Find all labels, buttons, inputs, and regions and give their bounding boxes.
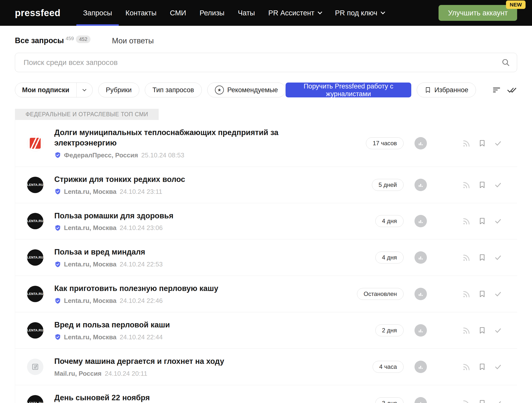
request-controls: 4 дня	[375, 251, 517, 264]
nav-item-2[interactable]: Контакты	[119, 0, 163, 26]
filter-rubrics[interactable]: Рубрики	[98, 83, 139, 97]
request-datetime: 24.10.24 22:46	[120, 297, 163, 305]
check-icon[interactable]	[493, 289, 503, 299]
request-row[interactable]: Долги муниципальных теплоснабжающих пред…	[15, 120, 517, 167]
filter-request-types[interactable]: Тип запросов	[145, 83, 202, 97]
request-row[interactable]: Почему машина дергается и глохнет на ход…	[15, 349, 517, 385]
check-icon[interactable]	[493, 362, 503, 372]
request-title[interactable]: Польза и вред миндаля	[54, 247, 305, 257]
stats-icon[interactable]	[414, 361, 427, 373]
stats-icon[interactable]	[414, 324, 427, 337]
pressfeed-logo[interactable]: pressfeed	[15, 0, 60, 26]
request-meta: Lenta.ru, Москва 24.10.24 23:06	[54, 224, 368, 232]
stats-icon[interactable]	[414, 179, 427, 191]
request-content: Польза ромашки для здоровья Lenta.ru, Мо…	[54, 211, 375, 232]
request-title[interactable]: Как приготовить полезную перловую кашу	[54, 283, 305, 294]
stats-icon[interactable]	[414, 397, 427, 403]
request-row[interactable]: LENTA.RU Вред и польза перловой каши Len…	[15, 312, 517, 349]
bookmark-icon[interactable]	[477, 362, 487, 372]
deadline-pill: 2 дня	[375, 324, 404, 336]
request-row[interactable]: LENTA.RU Как приготовить полезную перлов…	[15, 276, 517, 312]
bookmark-icon[interactable]	[477, 253, 487, 262]
upgrade-account-button[interactable]: Улучшить аккаунт	[439, 5, 517, 21]
source-logo: LENTA.RU	[27, 213, 43, 229]
stats-icon[interactable]	[414, 137, 427, 149]
deadline-pill: 5 дней	[372, 179, 404, 191]
check-icon[interactable]	[493, 253, 503, 262]
source-name: ФедералПресс, Россия	[64, 151, 138, 159]
bookmark-icon[interactable]	[477, 139, 487, 148]
rss-icon[interactable]	[462, 399, 471, 403]
sort-icon[interactable]	[492, 85, 501, 95]
bookmark-icon[interactable]	[477, 326, 487, 335]
rss-icon[interactable]	[462, 326, 471, 335]
search-input[interactable]	[15, 53, 517, 72]
check-icon[interactable]	[493, 326, 503, 335]
nav-item-6[interactable]: PR Ассистент	[262, 0, 328, 26]
request-row[interactable]: LENTA.RU Стрижки для тонких редких волос…	[15, 167, 517, 203]
deadline-pill: 4 дня	[375, 252, 404, 263]
delegate-to-pressfeed-button[interactable]: Поручить Pressfeed работу с журналистами	[286, 83, 411, 97]
favorites-button[interactable]: Избранное	[417, 83, 476, 97]
rss-icon[interactable]	[462, 180, 471, 190]
document-icon	[31, 363, 39, 371]
search-icon[interactable]	[501, 58, 510, 68]
rss-icon[interactable]	[462, 139, 471, 148]
requests-tabs: Все запросы459452 Мои ответы	[0, 36, 532, 45]
request-title[interactable]: Польза ромашки для здоровья	[54, 211, 305, 221]
rss-icon[interactable]	[462, 289, 471, 299]
request-title[interactable]: День сыновей 22 ноября	[54, 393, 305, 403]
verified-icon	[54, 297, 61, 304]
bookmark-icon	[424, 86, 431, 93]
deadline-pill: 4 часа	[373, 361, 404, 373]
tab-my-answers[interactable]: Мои ответы	[112, 36, 154, 45]
verified-icon	[54, 152, 61, 159]
rss-icon[interactable]	[462, 362, 471, 372]
request-row[interactable]: LENTA.RU День сыновей 22 ноября Lenta.ru…	[15, 385, 517, 403]
nav-item-1[interactable]: Запросы	[76, 0, 119, 26]
bookmark-icon[interactable]	[477, 180, 487, 190]
tab-all-requests[interactable]: Все запросы459452	[15, 36, 90, 45]
stats-icon[interactable]	[414, 215, 427, 227]
bookmark-icon[interactable]	[477, 216, 487, 226]
verified-icon	[54, 225, 61, 231]
nav-item-3[interactable]: СМИ	[163, 0, 193, 26]
request-controls: 4 дня	[375, 215, 517, 227]
stats-icon[interactable]	[414, 251, 427, 264]
check-icon[interactable]	[493, 180, 503, 190]
mark-all-read-icon[interactable]	[507, 85, 517, 95]
request-title[interactable]: Стрижки для тонких редких волос	[54, 174, 305, 185]
request-title[interactable]: Вред и польза перловой каши	[54, 320, 305, 330]
new-badge: NEW	[506, 0, 526, 9]
subscriptions-dropdown-button[interactable]	[77, 89, 92, 91]
source-name: Mail.ru, Россия	[54, 370, 102, 377]
source-logo: LENTA.RU	[27, 249, 43, 266]
nav-item-5[interactable]: Чаты	[231, 0, 262, 26]
request-row[interactable]: LENTA.RU Польза и вред миндаля Lenta.ru,…	[15, 239, 517, 276]
fedpress-logo	[30, 138, 41, 149]
deadline-pill: 3 дня	[375, 397, 404, 403]
source-logo: LENTA.RU	[27, 177, 43, 193]
request-meta: Mail.ru, Россия 24.10.24 20:11	[54, 370, 365, 377]
request-row[interactable]: LENTA.RU Польза ромашки для здоровья Len…	[15, 203, 517, 240]
bookmark-icon[interactable]	[477, 289, 487, 299]
rss-icon[interactable]	[462, 216, 471, 226]
stats-icon[interactable]	[414, 288, 427, 300]
deadline-pill: 17 часов	[366, 137, 404, 149]
source-name: Lenta.ru, Москва	[64, 260, 117, 268]
nav-item-4[interactable]: Релизы	[193, 0, 231, 26]
filter-recommended[interactable]: ★ Рекомендуемые	[207, 83, 286, 97]
request-title[interactable]: Долги муниципальных теплоснабжающих пред…	[54, 127, 305, 148]
nav-item-7[interactable]: PR под ключ	[328, 0, 391, 26]
request-content: День сыновей 22 ноября Lenta.ru, Москва …	[54, 393, 375, 403]
rss-icon[interactable]	[462, 253, 471, 262]
filter-my-subscriptions[interactable]: Мои подписки	[15, 83, 93, 97]
check-icon[interactable]	[493, 139, 503, 148]
bookmark-icon[interactable]	[477, 399, 487, 403]
request-controls: 4 часа	[373, 361, 517, 373]
request-rows-container: Долги муниципальных теплоснабжающих пред…	[15, 120, 517, 403]
check-icon[interactable]	[493, 399, 503, 403]
request-content: Польза и вред миндаля Lenta.ru, Москва 2…	[54, 247, 375, 268]
check-icon[interactable]	[493, 216, 503, 226]
request-title[interactable]: Почему машина дергается и глохнет на ход…	[54, 356, 305, 367]
